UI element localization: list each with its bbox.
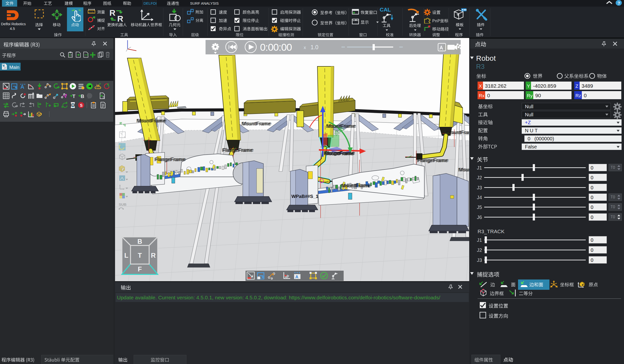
svg-text:FlangeFrame: FlangeFrame [155, 156, 186, 162]
svg-text:0:00:00: 0:00:00 [260, 42, 292, 53]
svg-text:WPaB##S_1: WPaB##S_1 [291, 194, 318, 199]
svg-text:B: B [137, 238, 142, 245]
svg-text:MountFrame: MountFrame [447, 129, 469, 135]
svg-text:S: S [103, 95, 105, 99]
svg-text:FlangeFrame: FlangeFrame [418, 157, 449, 163]
svg-text:R: R [151, 252, 156, 259]
svg-text:T: T [72, 93, 75, 99]
svg-text:T: T [138, 252, 142, 259]
svg-text:A: A [295, 274, 298, 279]
svg-text:x: x [304, 45, 306, 50]
svg-text:B: B [81, 93, 84, 99]
svg-text:L: L [124, 252, 129, 259]
svg-text:MountFrame: MountFrame [242, 120, 272, 126]
svg-text:F: F [138, 266, 142, 273]
svg-text:SUB: SUB [119, 202, 127, 206]
svg-text:MountFrame: MountFrame [342, 182, 371, 188]
svg-text:R: R [109, 8, 116, 17]
svg-text:S: S [80, 103, 83, 108]
svg-text:1.0: 1.0 [311, 44, 318, 50]
svg-text:MountFrame: MountFrame [137, 117, 167, 123]
svg-text:FlangeFrame: FlangeFrame [223, 147, 254, 153]
svg-text:R: R [117, 14, 123, 23]
svg-text:MountFr: MountFr [459, 167, 469, 172]
svg-text:MountFrame: MountFrame [325, 150, 354, 156]
